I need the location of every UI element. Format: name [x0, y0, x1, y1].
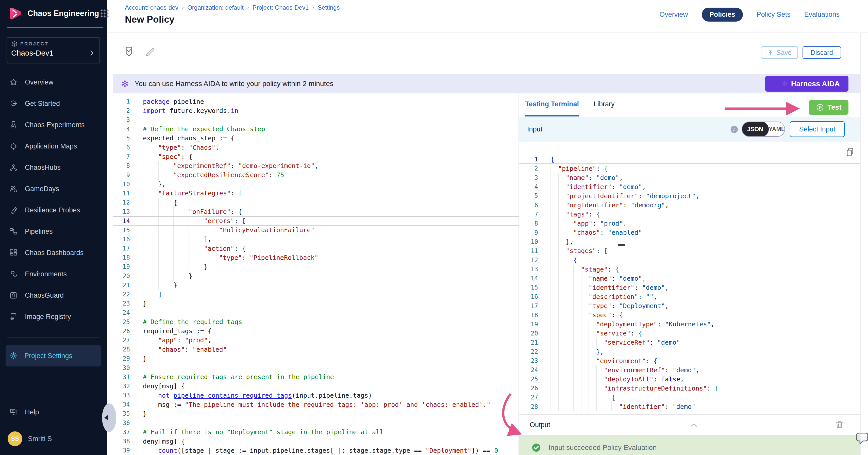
input-json-line-10[interactable]: 10}, — [519, 237, 860, 247]
policy-code-editor[interactable]: 1package pipeline2import future.keywords… — [113, 93, 519, 455]
policy-code-line-26[interactable]: 26required_tags := { — [113, 327, 519, 336]
input-json-line-23[interactable]: 23"environment": { — [519, 356, 860, 365]
input-json-line-17[interactable]: 17"type": "Deployment", — [519, 301, 860, 311]
app-switcher-grid-icon[interactable] — [99, 8, 110, 19]
copy-icon[interactable] — [845, 147, 855, 157]
input-json-line-22[interactable]: 22}, — [519, 347, 860, 356]
policy-code-line-31[interactable]: 31# Ensure required tags are present in … — [113, 372, 519, 382]
input-json-line-19[interactable]: 19"deploymentType": "Kubernetes", — [519, 320, 860, 329]
shield-check-icon[interactable] — [123, 46, 135, 57]
input-json-line-13[interactable]: 13"stage": { — [519, 265, 860, 274]
policy-code-line-35[interactable]: 35} — [113, 409, 519, 418]
policy-code-line-4[interactable]: 4# Define the expected Chaos step — [113, 125, 519, 134]
sidebar-item-help[interactable]: ? Help — [9, 402, 39, 422]
input-json-line-3[interactable]: 3"name": "demo", — [519, 173, 860, 182]
input-json-line-5[interactable]: 5"projectIdentifier": "demoproject", — [519, 191, 860, 200]
breadcrumb-link[interactable]: Project: Chaos-Dev1 — [252, 4, 309, 11]
discard-button[interactable]: Discard — [803, 46, 841, 59]
sidebar-item-chaoshubs[interactable]: ChaosHubs — [0, 157, 107, 178]
save-button[interactable]: Save — [761, 46, 798, 59]
breadcrumb-link[interactable]: Account: chaos-dev — [125, 4, 179, 11]
policy-code-line-33[interactable]: 33not pipeline_contains_required_tags(in… — [113, 391, 519, 400]
policy-code-line-8[interactable]: 8"experimentRef": "demo-experiment-id", — [113, 161, 519, 170]
policy-code-line-2[interactable]: 2import future.keywords.in — [113, 106, 519, 115]
harness-aida-button[interactable]: ✻ Harness AIDA — [765, 76, 848, 92]
user-menu[interactable]: SS Smriti S — [8, 431, 52, 446]
policy-code-line-11[interactable]: 11"failureStrategies": [ — [113, 189, 519, 198]
policy-code-line-20[interactable]: 20} — [113, 271, 519, 281]
policy-code-line-19[interactable]: 19} — [113, 262, 519, 271]
tab-evaluations[interactable]: Evaluations — [804, 11, 840, 19]
format-toggle[interactable]: JSON YAML — [742, 122, 785, 137]
select-input-button[interactable]: Select Input — [790, 121, 845, 137]
policy-code-line-22[interactable]: 22] — [113, 290, 519, 299]
sidebar-item-resilience-probes[interactable]: Resilience Probes — [0, 199, 107, 221]
input-json-line-24[interactable]: 24"environmentRef": "demo", — [519, 365, 860, 375]
project-selector[interactable]: PROJECT Chaos-Dev1 — [7, 37, 100, 63]
input-json-line-21[interactable]: 21"serviceRef": "demo" — [519, 338, 860, 347]
policy-code-line-29[interactable]: 29} — [113, 354, 519, 363]
input-json-editor[interactable]: 1{2"pipeline": {3"name": "demo",4"identi… — [519, 141, 860, 414]
input-json-line-2[interactable]: 2"pipeline": { — [519, 164, 860, 173]
policy-code-line-15[interactable]: 15"PolicyEvaluationFailure" — [113, 226, 519, 235]
sidebar-item-environments[interactable]: Environments — [0, 263, 107, 285]
input-json-line-1[interactable]: 1{ — [519, 155, 860, 164]
policy-code-line-17[interactable]: 17"action": { — [113, 244, 519, 253]
sidebar-collapse-handle[interactable] — [102, 403, 116, 432]
policy-code-line-37[interactable]: 37# Fail if there is no "Deployment" sta… — [113, 428, 519, 437]
policy-code-line-34[interactable]: 34msg := "The pipeline must include the … — [113, 400, 519, 409]
input-json-line-26[interactable]: 26"infrastructureDefinitions": [ — [519, 384, 860, 393]
input-json-line-14[interactable]: 14"name": "demo", — [519, 274, 860, 283]
policy-code-line-12[interactable]: 12{ — [113, 198, 519, 207]
sidebar-item-application-maps[interactable]: Application Maps — [0, 135, 107, 157]
input-json-line-20[interactable]: 20"service": { — [519, 329, 860, 338]
trash-icon[interactable] — [835, 420, 844, 429]
tab-library[interactable]: Library — [594, 93, 615, 115]
input-json-line-25[interactable]: 25"deployToAll": false, — [519, 375, 860, 384]
sidebar-item-overview[interactable]: Overview — [0, 71, 107, 93]
test-button[interactable]: Test — [809, 100, 848, 115]
policy-code-line-36[interactable]: 36 — [113, 418, 519, 428]
policy-code-line-13[interactable]: 13"onFailure": { — [113, 207, 519, 216]
opa-icon[interactable]: ♪ — [730, 125, 739, 134]
policy-code-line-6[interactable]: 6"type": "Chaos", — [113, 143, 519, 152]
policy-code-line-28[interactable]: 28"chaos": "enabled" — [113, 345, 519, 354]
policy-code-line-32[interactable]: 32deny[msg] { — [113, 382, 519, 391]
sidebar-item-chaos-dashboards[interactable]: Chaos Dashboards — [0, 242, 107, 263]
breadcrumb-link[interactable]: Organization: default — [187, 4, 243, 11]
policy-code-line-1[interactable]: 1package pipeline — [113, 97, 519, 106]
policy-code-line-16[interactable]: 16], — [113, 235, 519, 244]
input-json-line-6[interactable]: 6"orgIdentifier": "demoorg", — [519, 200, 860, 209]
input-json-line-11[interactable]: 11"stages": [ — [519, 247, 860, 256]
policy-code-line-14[interactable]: 14"errors": [ — [113, 216, 519, 225]
input-json-line-27[interactable]: 27{ — [519, 393, 860, 402]
toggle-json[interactable]: JSON — [742, 122, 769, 137]
input-json-line-28[interactable]: 28"identifier": "demo" — [519, 402, 860, 411]
policy-code-line-5[interactable]: 5expected_chaos_step := { — [113, 134, 519, 143]
input-json-line-18[interactable]: 18"spec": { — [519, 311, 860, 320]
tab-policy-sets[interactable]: Policy Sets — [756, 11, 790, 19]
input-json-line-15[interactable]: 15"identifier": "demo", — [519, 283, 860, 292]
policy-code-line-24[interactable]: 24 — [113, 308, 519, 317]
policy-code-line-21[interactable]: 21} — [113, 281, 519, 290]
policy-code-line-38[interactable]: 38deny[msg] { — [113, 437, 519, 446]
support-chat-fab-icon[interactable] — [854, 430, 868, 445]
sidebar-item-chaos-experiments[interactable]: Chaos Experiments — [0, 114, 107, 135]
sidebar-item-pipelines[interactable]: Pipelines — [0, 221, 107, 242]
tab-policies[interactable]: Policies — [702, 8, 743, 22]
breadcrumb-link[interactable]: Settings — [318, 4, 340, 11]
policy-code-line-25[interactable]: 25# Define the required tags — [113, 318, 519, 327]
input-json-line-16[interactable]: 16"description": "", — [519, 292, 860, 301]
sidebar-item-gamedays[interactable]: GameDays — [0, 178, 107, 199]
sidebar-item-image-registry[interactable]: Image Registry — [0, 306, 107, 327]
sidebar-item-project-settings[interactable]: Project Settings — [6, 345, 101, 366]
policy-code-line-39[interactable]: 39count([stage | stage := input.pipeline… — [113, 446, 519, 455]
policy-code-line-30[interactable]: 30 — [113, 363, 519, 372]
input-json-line-7[interactable]: 7"tags": { — [519, 210, 860, 219]
chevron-up-icon[interactable] — [689, 421, 698, 429]
policy-code-line-27[interactable]: 27"app": "prod", — [113, 336, 519, 345]
policy-code-line-18[interactable]: 18"type": "PipelineRollback" — [113, 253, 519, 262]
input-json-line-12[interactable]: 12{ — [519, 256, 860, 265]
policy-code-line-7[interactable]: 7"spec": { — [113, 152, 519, 161]
harness-logo-icon[interactable] — [7, 6, 22, 21]
